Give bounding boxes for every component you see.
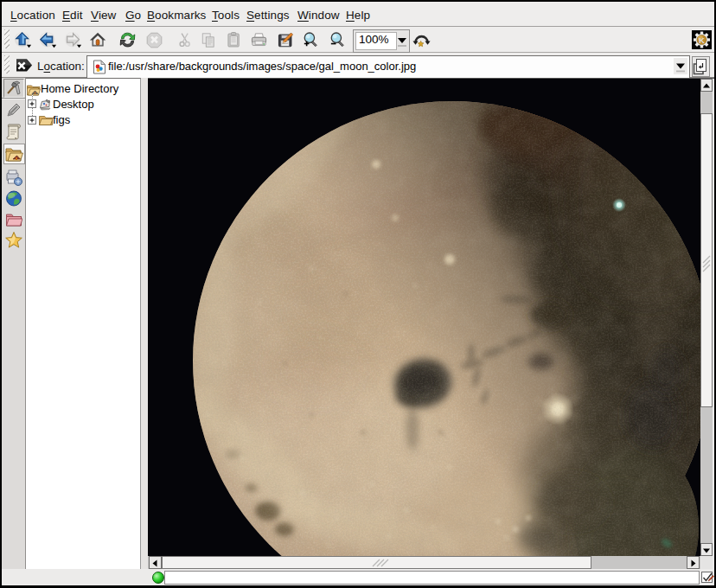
- svg-text:K: K: [699, 35, 705, 45]
